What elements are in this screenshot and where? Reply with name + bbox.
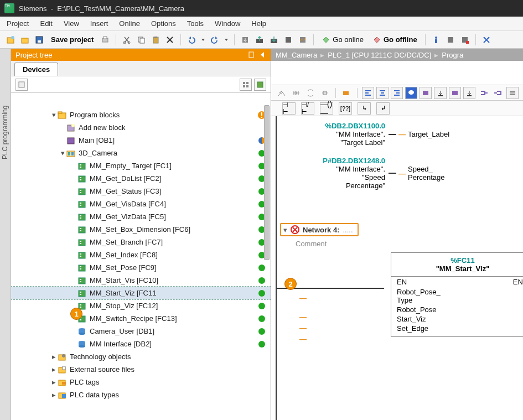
coil-icon[interactable]: —( )— — [320, 102, 333, 115]
ed-purple1-icon[interactable] — [420, 87, 432, 99]
ed-btn-4[interactable] — [319, 87, 331, 99]
ed-go2-icon[interactable] — [492, 87, 504, 99]
menu-insert[interactable]: Insert — [90, 19, 108, 28]
download-icon[interactable] — [239, 34, 251, 46]
stop-cpu-icon[interactable] — [459, 34, 471, 46]
tree-fc-item[interactable]: MM_Stop_Viz [FC12] — [11, 299, 271, 312]
ed-purple2-icon[interactable] — [449, 87, 461, 99]
tree-view1-icon[interactable] — [240, 79, 252, 91]
new-project-icon[interactable] — [4, 34, 17, 46]
tree-scrollbar[interactable] — [264, 94, 270, 418]
chevron-right-icon[interactable]: ▸ — [50, 352, 58, 361]
redo-dropdown-icon[interactable] — [223, 34, 230, 46]
tab-devices[interactable]: Devices — [14, 63, 58, 76]
go-online-button[interactable]: Go online — [318, 34, 367, 46]
menu-online[interactable]: Online — [119, 19, 140, 28]
tree-3d-camera[interactable]: ▾ 3D_Camera — [11, 147, 271, 159]
cross-ref-icon[interactable] — [480, 34, 493, 46]
tree-view2-icon[interactable] — [254, 79, 266, 91]
tree-folder-item[interactable]: ▸PLC data types — [11, 388, 271, 401]
tree-folder-item[interactable]: ▸PLC tags — [11, 376, 271, 388]
fc-block[interactable]: %FC11 "MM_Start_Viz" ENENO Robot_Pose_Ty… — [391, 252, 523, 337]
ed-btn-2[interactable] — [290, 87, 302, 99]
ed-btn-1[interactable] — [276, 87, 288, 99]
go-offline-button[interactable]: Go offline — [369, 34, 421, 46]
menu-help[interactable]: Help — [251, 19, 266, 28]
tree-add-new-block[interactable]: Add new block — [11, 121, 271, 134]
cut-icon[interactable] — [121, 34, 133, 46]
contact-no-icon[interactable]: ⊣ ⊢ — [282, 102, 296, 115]
tree-fc-item[interactable]: MM_Set_Pose [FC9] — [11, 261, 271, 274]
menu-options[interactable]: Options — [151, 19, 176, 28]
tree-folder-item[interactable]: ▸External source files — [11, 363, 271, 376]
ed-go-icon[interactable] — [478, 87, 490, 99]
menu-window[interactable]: Window — [215, 19, 240, 28]
branch-close-icon[interactable]: ↲ — [376, 102, 390, 115]
tree-program-blocks[interactable]: ▾ Program blocks — [11, 108, 271, 121]
tree-fc-item[interactable]: MM_Set_Branch [FC7] — [11, 236, 271, 248]
print-icon[interactable] — [99, 34, 111, 46]
branch-open-icon[interactable]: ↳ — [358, 102, 371, 115]
trace-icon[interactable] — [297, 34, 309, 46]
tree-db-item[interactable]: MM Interface [DB2] — [11, 338, 271, 350]
tree-fc-item[interactable]: MM_Empty_ Target [FC1] — [11, 159, 271, 172]
download-hw-icon[interactable] — [268, 34, 280, 46]
breadcrumb-item[interactable]: Progra — [442, 51, 463, 59]
tree-fc-item[interactable]: MM_Get_VisData [FC4] — [11, 198, 271, 210]
tree-fc-item[interactable]: MM_Get_DoList [FC2] — [11, 172, 271, 185]
tree-fc-item[interactable]: MM_Set_Box_Dimension [FC6] — [11, 223, 271, 236]
tree-fc-item[interactable]: MM_Start_Viz [FC11 — [11, 287, 271, 299]
ladder-editor[interactable]: %DB2.DBX1100.0 "MM Interface". "Target L… — [271, 116, 523, 420]
open-project-icon[interactable] — [19, 34, 31, 46]
chevron-down-icon[interactable]: ▾ — [59, 149, 66, 157]
menu-project[interactable]: Project — [7, 19, 29, 28]
menu-view[interactable]: View — [64, 19, 79, 28]
undo-icon[interactable] — [185, 34, 198, 46]
ed-btn-3[interactable] — [304, 87, 317, 99]
pin-connector[interactable]: — — [271, 312, 307, 322]
copy-icon[interactable] — [135, 34, 147, 46]
pin-connector[interactable]: — — [271, 293, 307, 303]
menu-edit[interactable]: Edit — [40, 19, 52, 28]
contact-nc-icon[interactable]: ⊣/⊢ — [301, 102, 314, 115]
pin-connector[interactable]: — — [271, 323, 307, 333]
ed-list-icon[interactable] — [506, 87, 519, 99]
chevron-down-icon[interactable]: ▾ — [50, 111, 58, 119]
tree-nav-icon[interactable] — [15, 79, 28, 91]
undo-dropdown-icon[interactable] — [200, 34, 206, 46]
menu-tools[interactable]: Tools — [187, 19, 204, 28]
ed-tag-icon[interactable] — [340, 87, 353, 99]
ed-align-l-icon[interactable] — [362, 87, 374, 99]
tree-fc-item[interactable]: MM_Get_Status [FC3] — [11, 185, 271, 198]
ed-align-r-icon[interactable] — [391, 87, 403, 99]
accessible-icon[interactable] — [430, 34, 442, 46]
delete-icon[interactable] — [164, 34, 176, 46]
breadcrumb-item[interactable]: MM_Camera — [276, 51, 317, 59]
tree-db-item[interactable]: Camera_User [DB1] — [11, 325, 271, 338]
chevron-right-icon[interactable]: ▸ — [50, 378, 58, 386]
sidebar-tab-plc[interactable]: PLC programming — [0, 49, 11, 420]
tree-main-ob1[interactable]: Main [OB1] — [11, 134, 271, 147]
breadcrumb-item[interactable]: PLC_1 [CPU 1211C DC/DC/DC] — [328, 51, 431, 59]
cpu-icon[interactable] — [444, 34, 457, 46]
ed-dl1-icon[interactable] — [434, 87, 446, 99]
tree-fc-item[interactable]: MM_Get_VizData [FC5] — [11, 210, 271, 223]
network-comment[interactable]: Comment — [280, 238, 514, 252]
ed-align-c-icon[interactable] — [376, 87, 389, 99]
save-project-button[interactable]: Save project — [48, 34, 97, 46]
tree-fc-item[interactable]: MM_Start_Vis [FC10] — [11, 274, 271, 287]
tree-fc-item[interactable]: MM_Set_Index [FC8] — [11, 248, 271, 261]
box-icon[interactable]: [??] — [339, 102, 352, 115]
upload-hw-icon[interactable] — [253, 34, 266, 46]
pin-connector[interactable]: — — [271, 334, 307, 344]
chevron-right-icon[interactable]: ▸ — [50, 365, 58, 374]
pin-icon[interactable] — [247, 51, 255, 59]
save-icon[interactable] — [33, 34, 45, 46]
sim-icon[interactable] — [282, 34, 294, 46]
tree-folder-item[interactable]: ▸Technology objects — [11, 350, 271, 363]
chevron-right-icon[interactable]: ▸ — [50, 391, 58, 399]
paste-icon[interactable] — [149, 34, 162, 46]
ed-comment-icon[interactable] — [405, 87, 417, 99]
redo-icon[interactable] — [209, 34, 221, 46]
collapse-left-icon[interactable] — [258, 51, 266, 59]
